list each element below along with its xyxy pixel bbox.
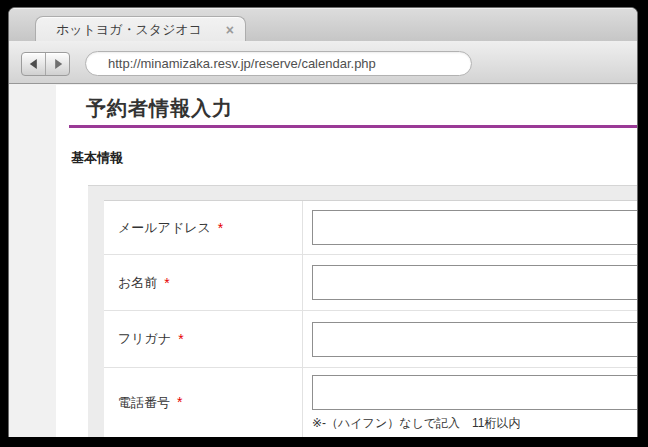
- page-viewport: 予約者情報入力 基本情報 メールアドレス *: [9, 85, 637, 437]
- required-asterisk: *: [178, 331, 183, 347]
- form-row-furigana: フリガナ *: [104, 311, 637, 368]
- required-asterisk: *: [218, 220, 223, 236]
- title-accent-rule: [69, 125, 637, 128]
- forward-button[interactable]: [45, 53, 69, 75]
- phone-field[interactable]: [312, 375, 637, 410]
- back-button[interactable]: [22, 53, 45, 75]
- phone-input-cell: ※-（ハイフン）なしで記入 11桁以内: [303, 368, 637, 437]
- screen: ホットヨガ・スタジオココノハ × http://minamizaka.resv.…: [0, 0, 648, 447]
- phone-label-text: 電話番号: [118, 394, 170, 412]
- required-asterisk: *: [177, 394, 182, 410]
- page-title: 予約者情報入力: [86, 95, 233, 122]
- furigana-field[interactable]: [312, 322, 637, 357]
- tab-close-icon[interactable]: ×: [226, 23, 234, 37]
- form-row-email: メールアドレス *: [104, 201, 637, 255]
- name-label-text: お名前: [118, 274, 157, 292]
- basic-info-form-panel: メールアドレス * お名前 *: [88, 185, 637, 437]
- url-text: http://minamizaka.resv.jp/reserve/calend…: [86, 56, 376, 71]
- browser-window: ホットヨガ・スタジオココノハ × http://minamizaka.resv.…: [8, 7, 638, 437]
- required-asterisk: *: [164, 275, 169, 291]
- tab-title: ホットヨガ・スタジオココノハ: [36, 21, 201, 39]
- furigana-input-cell: [303, 311, 637, 367]
- email-input-cell: [303, 201, 637, 254]
- browser-tab[interactable]: ホットヨガ・スタジオココノハ ×: [35, 16, 246, 43]
- page-content: 予約者情報入力 基本情報 メールアドレス *: [56, 85, 637, 437]
- form-row-phone: 電話番号 * ※-（ハイフン）なしで記入 11桁以内: [104, 368, 637, 437]
- address-bar[interactable]: http://minamizaka.resv.jp/reserve/calend…: [85, 51, 472, 76]
- name-label: お名前 *: [104, 255, 303, 310]
- email-label: メールアドレス *: [104, 201, 303, 254]
- email-label-text: メールアドレス: [118, 219, 211, 237]
- form-row-name: お名前 *: [104, 255, 637, 311]
- tab-bar: ホットヨガ・スタジオココノハ ×: [9, 8, 637, 41]
- email-field[interactable]: [312, 210, 637, 245]
- phone-field-note: ※-（ハイフン）なしで記入 11桁以内: [312, 415, 520, 432]
- nav-button-group: [21, 52, 70, 76]
- name-field[interactable]: [312, 265, 637, 300]
- forward-arrow-icon: [55, 59, 62, 69]
- browser-toolbar: http://minamizaka.resv.jp/reserve/calend…: [9, 41, 637, 84]
- back-arrow-icon: [29, 59, 36, 69]
- phone-label: 電話番号 *: [104, 368, 303, 437]
- section-title: 基本情報: [71, 149, 123, 167]
- form-table: メールアドレス * お名前 *: [104, 200, 637, 437]
- furigana-label-text: フリガナ: [118, 330, 171, 348]
- furigana-label: フリガナ *: [104, 311, 303, 367]
- name-input-cell: [303, 255, 637, 310]
